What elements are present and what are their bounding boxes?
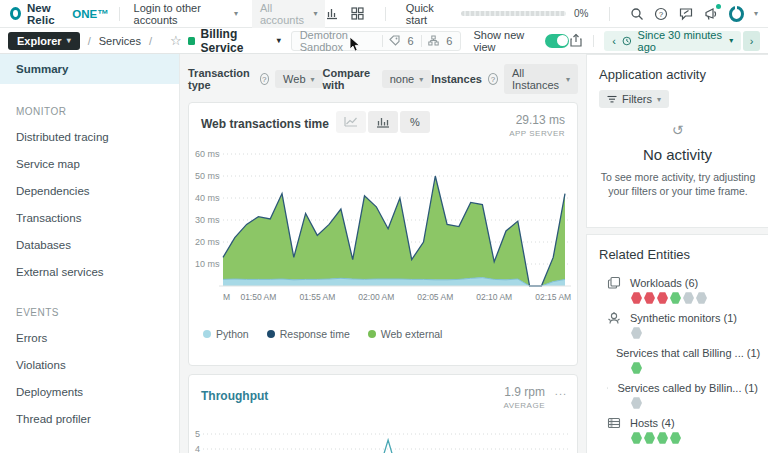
show-new-view-toggle[interactable] <box>545 34 569 48</box>
transaction-type-select[interactable]: Web▾ <box>275 70 322 88</box>
sidebar-item-violations[interactable]: Violations <box>0 351 179 378</box>
tags-icon[interactable] <box>389 35 400 47</box>
compare-with-label: Compare with <box>323 67 376 91</box>
time-forward-button[interactable]: › <box>743 31 760 51</box>
legend-web-external-label: Web external <box>381 328 443 340</box>
related-item-label: Workloads (6) <box>630 277 698 289</box>
chevron-down-icon: ▾ <box>566 75 570 84</box>
brand-one: ONE™ <box>72 8 108 20</box>
chevron-down-icon: ▾ <box>419 75 423 84</box>
chart-summary: 1.9 rpm AVERAGE <box>503 385 545 410</box>
account-name: Demotron Sandbox <box>300 29 375 53</box>
share-icon[interactable] <box>569 33 583 49</box>
time-back-icon[interactable]: ‹ <box>612 35 616 47</box>
entity-meta-box: Demotron Sandbox 6 6 <box>291 31 462 51</box>
sidebar-item-deployments[interactable]: Deployments <box>0 378 179 405</box>
dependencies-icon[interactable] <box>428 35 439 47</box>
throughput-chart[interactable]: 12345 <box>189 418 579 453</box>
instances-select[interactable]: All Instances▾ <box>504 64 578 94</box>
legend-python[interactable]: Python <box>203 328 249 340</box>
chart-legend: Python Response time Web external <box>189 324 577 340</box>
quick-start[interactable]: Quick start 0% <box>406 2 589 26</box>
breadcrumb-separator: / <box>149 35 152 47</box>
chevron-down-icon: ▾ <box>277 36 281 45</box>
percent-button[interactable]: % <box>400 111 430 133</box>
svg-text:30 ms: 30 ms <box>195 215 220 225</box>
svg-text:M: M <box>223 292 230 302</box>
brand-logo[interactable]: New Relic ONE™ <box>10 2 109 26</box>
related-item-services-called-by[interactable]: Services called by Billin... (1) <box>599 381 758 409</box>
throughput-card: Throughput 1.9 rpm AVERAGE ... 12345 <box>188 374 578 453</box>
summary-label: APP SERVER <box>509 129 565 138</box>
dependencies-count[interactable]: 6 <box>446 35 452 47</box>
status-hexagons <box>631 432 758 444</box>
web-transactions-chart[interactable]: 10 ms20 ms30 ms40 ms50 ms60 msM01:50 AM0… <box>189 140 579 322</box>
login-other-accounts-menu[interactable]: Login to other accounts ▾ <box>130 2 242 26</box>
related-item-services-that-call[interactable]: Services that call Billing ... (1) <box>599 346 758 374</box>
no-activity-message: To see more activity, try adjusting your… <box>599 170 757 198</box>
legend-web-external[interactable]: Web external <box>368 328 443 340</box>
filter-row: Transaction type ? Web▾ Compare with non… <box>188 62 578 102</box>
explorer-label: Explorer <box>17 35 62 47</box>
announcements-icon[interactable] <box>704 6 719 22</box>
svg-text:02:15 AM: 02:15 AM <box>535 292 571 302</box>
chevron-down-icon: ▾ <box>234 9 238 18</box>
favorite-star-icon[interactable]: ☆ <box>170 33 182 48</box>
legend-response-time[interactable]: Response time <box>267 328 350 340</box>
quick-start-percent: 0% <box>574 8 588 19</box>
chevron-down-icon: ▾ <box>754 9 758 18</box>
sidebar-item-distributed-tracing[interactable]: Distributed tracing <box>0 123 179 150</box>
sidebar-item-external-services[interactable]: External services <box>0 258 179 285</box>
summary-label: AVERAGE <box>503 401 545 410</box>
time-picker-main[interactable]: ‹ Since 30 minutes ago ▾ <box>604 31 741 51</box>
compare-with-select[interactable]: none▾ <box>382 70 432 88</box>
filters-label: Filters <box>622 93 652 105</box>
related-entities-card: Related Entities Workloads (6) Synthetic… <box>586 234 768 453</box>
tags-count[interactable]: 6 <box>407 35 413 47</box>
health-status-icon <box>188 37 195 45</box>
entity-picker[interactable]: Billing Service ▾ <box>201 27 281 55</box>
sidebar-item-databases[interactable]: Databases <box>0 231 179 258</box>
explorer-button[interactable]: Explorer ▾ <box>8 32 80 50</box>
sidebar-item-dependencies[interactable]: Dependencies <box>0 177 179 204</box>
grid-view-icon[interactable] <box>350 6 365 22</box>
chevron-down-icon: ▾ <box>311 75 315 84</box>
breadcrumb-services[interactable]: Services <box>99 35 141 47</box>
card-menu-icon[interactable]: ... <box>555 385 567 397</box>
chart-view-icon[interactable] <box>325 6 340 22</box>
bar-chart-button[interactable] <box>368 111 398 133</box>
chart-title[interactable]: Throughput <box>201 385 268 403</box>
sidebar-item-errors[interactable]: Errors <box>0 324 179 351</box>
feedback-icon[interactable] <box>679 6 694 22</box>
mouse-cursor <box>349 36 361 53</box>
divider <box>385 7 386 21</box>
activity-filters-button[interactable]: Filters ▾ <box>599 90 669 108</box>
related-item-synthetic-monitors[interactable]: Synthetic monitors (1) <box>599 311 758 339</box>
activity-title: Application activity <box>599 67 756 82</box>
show-new-view-label: Show new view <box>473 29 539 53</box>
related-item-workloads[interactable]: Workloads (6) <box>599 276 758 304</box>
related-item-label: Synthetic monitors (1) <box>630 312 737 324</box>
help-icon[interactable]: ? <box>654 6 669 22</box>
top-bar: New Relic ONE™ Login to other accounts ▾… <box>0 0 768 28</box>
search-icon[interactable] <box>629 6 644 22</box>
help-icon[interactable]: ? <box>260 73 270 85</box>
help-icon[interactable]: ? <box>488 73 498 85</box>
divider <box>421 35 422 47</box>
related-item-hosts[interactable]: Hosts (4) <box>599 416 758 444</box>
divider <box>609 7 610 21</box>
sidebar-item-summary[interactable]: Summary <box>0 54 179 84</box>
sidebar-item-service-map[interactable]: Service map <box>0 150 179 177</box>
main-content: Transaction type ? Web▾ Compare with non… <box>180 54 586 453</box>
all-accounts-menu[interactable]: All accounts ▾ <box>252 0 325 30</box>
refresh-icon[interactable]: ↺ <box>599 122 756 138</box>
line-chart-button[interactable] <box>336 111 366 133</box>
sidebar-item-thread-profiler[interactable]: Thread profiler <box>0 405 179 432</box>
user-account-icon[interactable] <box>729 6 744 22</box>
notification-dot <box>716 4 721 9</box>
chevron-down-icon: ▾ <box>313 9 317 18</box>
entity-name-label: Billing Service <box>201 27 272 55</box>
sidebar-item-transactions[interactable]: Transactions <box>0 204 179 231</box>
time-picker: ‹ Since 30 minutes ago ▾ › <box>604 31 760 51</box>
compare-with-value: none <box>390 73 414 85</box>
